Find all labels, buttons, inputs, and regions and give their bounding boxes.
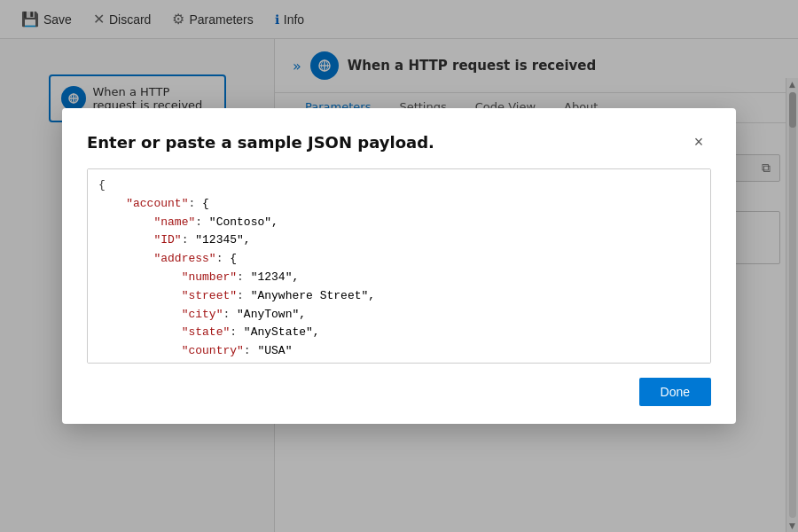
json-payload-modal: Enter or paste a sample JSON payload. × … [62,108,736,424]
modal-title: Enter or paste a sample JSON payload. [87,133,434,152]
json-editor[interactable]: { "account": { "name": "Contoso", "ID": … [87,168,711,364]
json-editor-wrapper: { "account": { "name": "Contoso", "ID": … [87,168,711,364]
done-button[interactable]: Done [639,378,711,406]
modal-close-button[interactable]: × [686,129,711,154]
modal-footer: Done [87,378,711,406]
modal-header: Enter or paste a sample JSON payload. × [87,129,711,154]
modal-overlay: Enter or paste a sample JSON payload. × … [0,0,798,532]
